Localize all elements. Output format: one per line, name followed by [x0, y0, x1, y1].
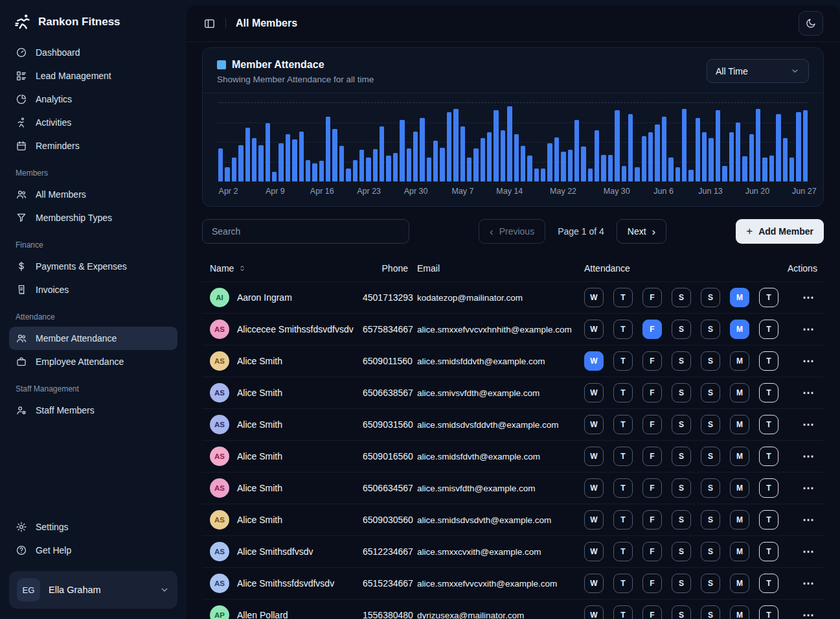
attendance-day-button-0[interactable]: W [584, 478, 604, 498]
attendance-day-button-4[interactable]: S [701, 574, 720, 593]
attendance-day-button-1[interactable]: T [613, 351, 633, 371]
next-page-button[interactable]: Next › [617, 219, 666, 244]
sidebar-item-payments-expenses[interactable]: Payments & Expenses [9, 255, 177, 278]
ellipsis-icon[interactable]: ⋯ [801, 419, 816, 430]
attendance-day-button-3[interactable]: S [672, 415, 691, 434]
attendance-day-button-6[interactable]: T [759, 288, 778, 307]
attendance-day-button-5[interactable]: M [730, 605, 749, 619]
sidebar-item-lead-management[interactable]: Lead Management [9, 64, 177, 88]
ellipsis-icon[interactable]: ⋯ [801, 578, 816, 589]
attendance-day-button-5[interactable]: M [730, 574, 749, 593]
sidebar-item-activities[interactable]: Activities [9, 111, 177, 134]
sidebar-item-membership-types[interactable]: Membership Types [9, 206, 177, 229]
attendance-day-button-4[interactable]: S [701, 415, 720, 434]
add-member-button[interactable]: + Add Member [736, 219, 824, 244]
theme-toggle-button[interactable] [799, 11, 823, 36]
sidebar-toggle-button[interactable] [203, 18, 216, 30]
sidebar-item-get-help[interactable]: Get Help [9, 539, 177, 562]
attendance-day-button-3[interactable]: S [672, 574, 691, 593]
attendance-day-button-6[interactable]: T [759, 351, 778, 371]
attendance-day-button-3[interactable]: S [672, 510, 691, 530]
sidebar-item-employee-attendance[interactable]: Employee Attendance [9, 350, 177, 373]
attendance-day-button-0[interactable]: W [584, 320, 604, 339]
attendance-day-button-3[interactable]: S [672, 351, 691, 371]
search-input[interactable] [202, 219, 409, 244]
attendance-day-button-2[interactable]: F [642, 383, 662, 403]
attendance-day-button-5[interactable]: M [730, 288, 749, 307]
attendance-day-button-2[interactable]: F [642, 605, 662, 619]
attendance-day-button-0[interactable]: W [584, 574, 604, 593]
attendance-day-button-6[interactable]: T [759, 415, 778, 434]
attendance-day-button-5[interactable]: M [730, 478, 749, 498]
attendance-day-button-4[interactable]: S [701, 383, 720, 403]
attendance-day-button-2[interactable]: F [642, 510, 662, 530]
attendance-day-button-6[interactable]: T [759, 510, 778, 530]
attendance-day-button-5[interactable]: M [730, 447, 749, 466]
attendance-day-button-5[interactable]: M [730, 320, 749, 339]
attendance-day-button-1[interactable]: T [613, 605, 633, 619]
sidebar-item-staff-members[interactable]: Staff Members [9, 399, 177, 422]
attendance-day-button-2[interactable]: F [642, 288, 662, 307]
attendance-day-button-0[interactable]: W [584, 510, 604, 530]
attendance-day-button-4[interactable]: S [701, 351, 720, 371]
attendance-day-button-5[interactable]: M [730, 415, 749, 434]
ellipsis-icon[interactable]: ⋯ [801, 323, 816, 335]
attendance-day-button-6[interactable]: T [759, 478, 778, 498]
attendance-day-button-0[interactable]: W [584, 383, 604, 403]
attendance-day-button-4[interactable]: S [701, 447, 720, 466]
attendance-day-button-1[interactable]: T [613, 542, 633, 561]
attendance-day-button-4[interactable]: S [701, 605, 720, 619]
attendance-day-button-4[interactable]: S [701, 510, 720, 530]
sidebar-item-dashboard[interactable]: Dashboard [9, 41, 177, 64]
attendance-day-button-6[interactable]: T [759, 542, 778, 561]
attendance-day-button-0[interactable]: W [584, 351, 604, 371]
previous-page-button[interactable]: ‹ Previous [479, 219, 545, 244]
attendance-day-button-5[interactable]: M [730, 542, 749, 561]
ellipsis-icon[interactable]: ⋯ [801, 450, 816, 462]
sidebar-item-analytics[interactable]: Analytics [9, 88, 177, 111]
attendance-day-button-2[interactable]: F [642, 320, 662, 339]
attendance-day-button-4[interactable]: S [701, 320, 720, 339]
attendance-day-button-4[interactable]: S [701, 478, 720, 498]
attendance-day-button-5[interactable]: M [730, 510, 749, 530]
ellipsis-icon[interactable]: ⋯ [801, 514, 816, 526]
attendance-day-button-0[interactable]: W [584, 542, 604, 561]
attendance-day-button-2[interactable]: F [642, 574, 662, 593]
ellipsis-icon[interactable]: ⋯ [801, 292, 816, 303]
attendance-day-button-2[interactable]: F [642, 447, 662, 466]
attendance-day-button-1[interactable]: T [613, 288, 633, 307]
attendance-day-button-4[interactable]: S [701, 288, 720, 307]
attendance-day-button-1[interactable]: T [613, 447, 633, 466]
attendance-day-button-6[interactable]: T [759, 605, 778, 619]
attendance-day-button-0[interactable]: W [584, 447, 604, 466]
attendance-day-button-0[interactable]: W [584, 288, 604, 307]
attendance-day-button-3[interactable]: S [672, 478, 691, 498]
attendance-day-button-3[interactable]: S [672, 288, 691, 307]
sidebar-item-all-members[interactable]: All Members [9, 183, 177, 206]
sidebar-item-invoices[interactable]: Invoices [9, 278, 177, 301]
attendance-day-button-4[interactable]: S [701, 542, 720, 561]
attendance-day-button-2[interactable]: F [642, 415, 662, 434]
attendance-day-button-1[interactable]: T [613, 510, 633, 530]
sort-icon[interactable] [238, 264, 247, 273]
sidebar-item-settings[interactable]: Settings [9, 515, 177, 539]
column-header-name[interactable]: Name [210, 263, 354, 274]
attendance-day-button-3[interactable]: S [672, 320, 691, 339]
ellipsis-icon[interactable]: ⋯ [801, 546, 816, 557]
attendance-day-button-0[interactable]: W [584, 415, 604, 434]
ellipsis-icon[interactable]: ⋯ [801, 387, 816, 399]
ellipsis-icon[interactable]: ⋯ [801, 355, 816, 367]
user-menu[interactable]: EG Ella Graham [9, 571, 177, 609]
attendance-day-button-1[interactable]: T [613, 383, 633, 403]
attendance-day-button-1[interactable]: T [613, 320, 633, 339]
sidebar-item-member-attendance[interactable]: Member Attendance [9, 327, 177, 350]
attendance-day-button-3[interactable]: S [672, 447, 691, 466]
ellipsis-icon[interactable]: ⋯ [801, 609, 816, 619]
attendance-day-button-3[interactable]: S [672, 542, 691, 561]
attendance-day-button-3[interactable]: S [672, 383, 691, 403]
attendance-day-button-1[interactable]: T [613, 415, 633, 434]
ellipsis-icon[interactable]: ⋯ [801, 482, 816, 494]
attendance-day-button-6[interactable]: T [759, 574, 778, 593]
attendance-day-button-6[interactable]: T [759, 447, 778, 466]
attendance-day-button-2[interactable]: F [642, 478, 662, 498]
